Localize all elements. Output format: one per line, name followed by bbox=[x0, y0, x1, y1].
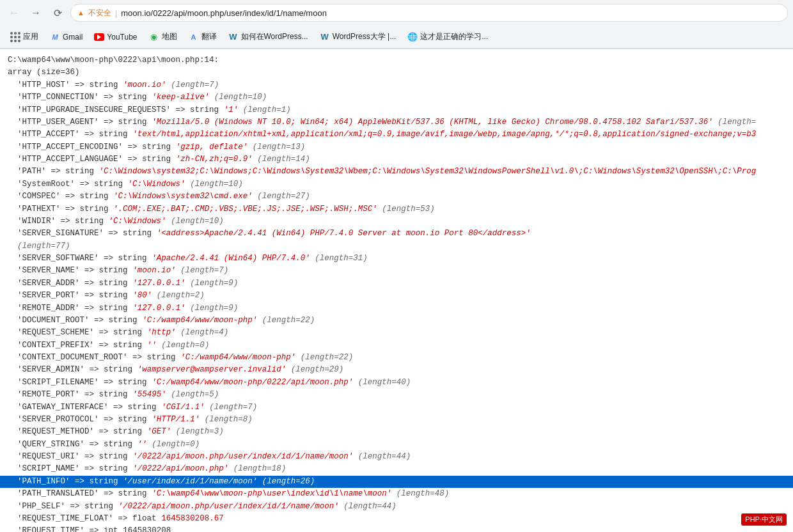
table-row: 'SERVER_PROTOCOL' => string 'HTTP/1.1' (… bbox=[8, 414, 785, 426]
bookmark-learn[interactable]: 🌐 这才是正确的学习... bbox=[402, 29, 493, 45]
php-output: C:\wamp64\www\moon-php\0222\api\moon.php… bbox=[0, 49, 793, 532]
bookmark-translate-label: 翻译 bbox=[201, 31, 217, 42]
reload-button[interactable]: ⟳ bbox=[49, 4, 67, 22]
address-bar[interactable]: ▲ 不安全 | moon.io/0222/api/moon.php/user/i… bbox=[70, 4, 788, 22]
table-row: 'SERVER_SIGNATURE' => string '<address>A… bbox=[8, 228, 785, 240]
bookmark-apps[interactable]: 应用 bbox=[5, 29, 43, 45]
table-row: 'SERVER_SOFTWARE' => string 'Apache/2.4.… bbox=[8, 253, 785, 265]
table-row: 'HTTP_HOST' => string 'moon.io' (length=… bbox=[8, 79, 785, 91]
table-row: 'CONTEXT_PREFIX' => string '' (length=0) bbox=[8, 340, 785, 352]
bookmark-gmail[interactable]: M Gmail bbox=[45, 29, 88, 45]
bookmark-youtube-label: YouTube bbox=[107, 33, 137, 42]
address-separator: | bbox=[115, 8, 117, 18]
globe-icon: 🌐 bbox=[407, 32, 418, 42]
php-badge: PHP·中文网 bbox=[741, 513, 787, 526]
bookmark-gmail-label: Gmail bbox=[63, 33, 82, 42]
table-row: 'HTTP_ACCEPT_LANGUAGE' => string 'zh-CN,… bbox=[8, 153, 785, 166]
translate-icon: A bbox=[189, 32, 199, 42]
table-row: 'SCRIPT_NAME' => string '/0222/api/moon.… bbox=[8, 463, 785, 475]
bookmark-maps[interactable]: ◉ 地图 bbox=[144, 29, 182, 45]
table-row: 'HTTP_ACCEPT' => string 'text/html,appli… bbox=[8, 129, 785, 141]
table-row: 'DOCUMENT_ROOT' => string 'C:/wamp64/www… bbox=[8, 315, 785, 327]
table-row: 'REMOTE_PORT' => string '55495' (length=… bbox=[8, 389, 785, 401]
table-row: 'CONTEXT_DOCUMENT_ROOT' => string 'C:/wa… bbox=[8, 352, 785, 364]
apps-icon bbox=[10, 32, 20, 42]
table-row: 'HTTP_CONNECTION' => string 'keep-alive'… bbox=[8, 91, 785, 104]
url-text: moon.io/0222/api/moon.php/user/index/id/… bbox=[121, 8, 327, 18]
table-row: 'SERVER_PORT' => string '80' (length=2) bbox=[8, 290, 785, 302]
array-declaration: array (size=36) bbox=[8, 68, 80, 77]
wordpress2-icon: W bbox=[320, 32, 330, 42]
table-row: 'REQUEST_SCHEME' => string 'http' (lengt… bbox=[8, 327, 785, 339]
table-row: 'SERVER_ADDR' => string '127.0.0.1' (len… bbox=[8, 278, 785, 290]
table-row: 'WINDIR' => string 'C:\Windows' (length=… bbox=[8, 215, 785, 228]
browser-chrome: ← → ⟳ ▲ 不安全 | moon.io/0222/api/moon.php/… bbox=[0, 0, 793, 49]
table-row: 'SERVER_ADMIN' => string 'wampserver@wam… bbox=[8, 364, 785, 376]
table-row: 'REQUEST_TIME' => int 1645830208 bbox=[8, 525, 785, 532]
back-button[interactable]: ← bbox=[5, 4, 23, 22]
table-row: 'HTTP_ACCEPT_ENCODING' => string 'gzip, … bbox=[8, 141, 785, 153]
bookmark-maps-label: 地图 bbox=[162, 31, 177, 42]
table-row: 'REQUEST_TIME_FLOAT' => float 1645830208… bbox=[8, 513, 785, 525]
bookmark-wordpress2-label: WordPress大学 |... bbox=[333, 31, 396, 42]
map-icon: ◉ bbox=[149, 32, 159, 42]
bookmark-wordpress1-label: 如何在WordPress... bbox=[241, 31, 308, 42]
table-row: 'GATEWAY_INTERFACE' => string 'CGI/1.1' … bbox=[8, 402, 785, 414]
table-row: 'PATH_TRANSLATED' => string 'C:\wamp64\w… bbox=[8, 488, 785, 500]
table-row: 'HTTP_UPGRADE_INSECURE_REQUESTS' => stri… bbox=[8, 104, 785, 116]
bookmark-youtube[interactable]: YouTube bbox=[89, 29, 142, 45]
bookmarks-bar: 应用 M Gmail YouTube ◉ 地图 A 翻译 W 如何在WordPr… bbox=[0, 26, 793, 49]
forward-button[interactable]: → bbox=[27, 4, 45, 22]
path-info-row: 'PATH_INFO' => string '/user/index/id/1/… bbox=[0, 476, 793, 488]
table-row: 'SERVER_NAME' => string 'moon.io' (lengt… bbox=[8, 265, 785, 277]
table-row: 'REQUEST_METHOD' => string 'GET' (length… bbox=[8, 426, 785, 438]
bookmark-translate[interactable]: A 翻译 bbox=[184, 29, 222, 45]
table-row: 'PATH' => string 'C:\Windows\system32;C:… bbox=[8, 166, 785, 178]
table-row: 'HTTP_USER_AGENT' => string 'Mozilla/5.0… bbox=[8, 116, 785, 129]
table-row: 'SystemRoot' => string 'C:\Windows' (len… bbox=[8, 178, 785, 191]
table-row: 'PHP_SELF' => string '/0222/api/moon.php… bbox=[8, 501, 785, 513]
bookmark-wordpress1[interactable]: W 如何在WordPress... bbox=[223, 29, 313, 45]
wordpress1-icon: W bbox=[228, 32, 239, 42]
file-path: C:\wamp64\www\moon-php\0222\api\moon.php… bbox=[8, 56, 219, 65]
youtube-icon bbox=[94, 32, 104, 42]
bookmark-wordpress2[interactable]: W WordPress大学 |... bbox=[315, 29, 402, 45]
gmail-icon: M bbox=[50, 32, 60, 42]
browser-toolbar: ← → ⟳ ▲ 不安全 | moon.io/0222/api/moon.php/… bbox=[0, 0, 793, 26]
table-row: (length=77) bbox=[8, 240, 785, 253]
table-row: 'SCRIPT_FILENAME' => string 'C:/wamp64/w… bbox=[8, 377, 785, 389]
table-row: 'QUERY_STRING' => string '' (length=0) bbox=[8, 439, 785, 451]
table-row: 'REMOTE_ADDR' => string '127.0.0.1' (len… bbox=[8, 302, 785, 315]
table-row: 'PATHEXT' => string '.COM;.EXE;.BAT;.CMD… bbox=[8, 203, 785, 215]
table-row: 'REQUEST_URI' => string '/0222/api/moon.… bbox=[8, 451, 785, 463]
table-row: 'COMSPEC' => string 'C:\Windows\system32… bbox=[8, 191, 785, 203]
bookmark-learn-label: 这才是正确的学习... bbox=[420, 31, 488, 42]
bookmark-apps-label: 应用 bbox=[23, 31, 38, 42]
security-label: 不安全 bbox=[88, 8, 111, 19]
security-icon: ▲ bbox=[77, 9, 84, 17]
